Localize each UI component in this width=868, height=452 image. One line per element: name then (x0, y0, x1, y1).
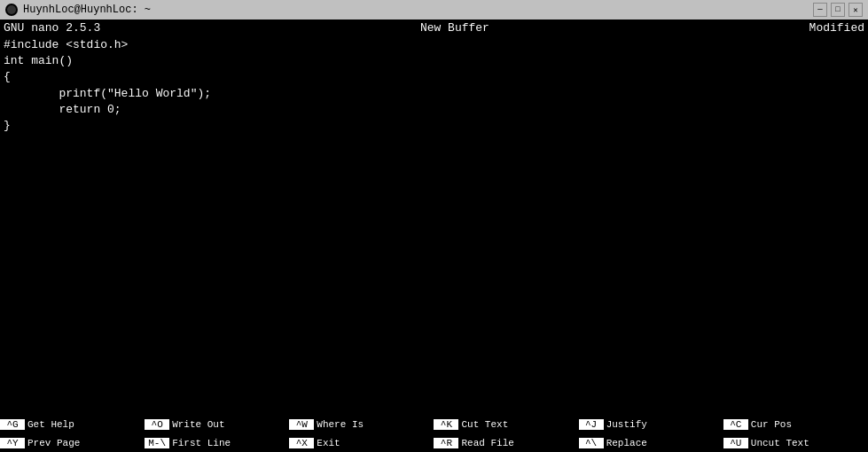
shortcut-key: M-\ (145, 438, 169, 448)
shortcut-label: First Line (169, 438, 231, 448)
shortcut-label: Write Out (169, 419, 224, 430)
shortcut-key: ^C (723, 419, 748, 430)
shortcut-key: ^X (289, 438, 314, 448)
window-controls: ─ □ ✕ (813, 3, 863, 17)
editor-area[interactable]: #include <stdio.h> int main() { printf("… (0, 35, 868, 415)
shortcut-label: Get Help (25, 419, 74, 430)
close-button[interactable]: ✕ (848, 3, 863, 17)
title-text: HuynhLoc@HuynhLoc: ~ (23, 4, 151, 16)
shortcut-label: Prev Page (25, 438, 80, 448)
shortcut-key: ^G (0, 419, 25, 430)
shortcut-key: ^W (289, 419, 314, 430)
shortcut-item[interactable]: ^YPrev Page (0, 433, 145, 452)
shortcut-label: Cur Pos (748, 419, 792, 430)
shortcut-item[interactable]: ^RRead File (434, 433, 578, 452)
shortcut-key: ^U (723, 438, 748, 448)
shortcut-key: ^J (579, 419, 604, 430)
nano-header: GNU nano 2.5.3 New Buffer Modified (0, 19, 868, 35)
shortcut-label: Cut Text (458, 419, 508, 430)
shortcut-label: Uncut Text (748, 438, 809, 448)
shortcut-item[interactable]: ^GGet Help (0, 415, 145, 433)
shortcut-key: ^R (434, 438, 458, 448)
shortcut-label: Justify (604, 419, 647, 430)
shortcut-key: ^O (145, 419, 169, 430)
shortcut-item[interactable]: ^WWhere Is (289, 415, 434, 433)
shortcut-key: ^Y (0, 438, 25, 448)
shortcut-label: Replace (604, 438, 647, 448)
app-icon (5, 4, 18, 16)
shortcut-item[interactable]: ^CCur Pos (723, 415, 868, 433)
shortcut-item[interactable]: M-\First Line (145, 433, 289, 452)
shortcut-item[interactable]: ^JJustify (579, 415, 723, 433)
minimize-button[interactable]: ─ (813, 3, 827, 17)
title-bar: HuynhLoc@HuynhLoc: ~ ─ □ ✕ (0, 0, 868, 19)
shortcut-key: ^\ (579, 438, 604, 448)
shortcut-label: Exit (314, 438, 340, 448)
shortcut-item[interactable]: ^OWrite Out (145, 415, 289, 433)
shortcut-label: Where Is (314, 419, 364, 430)
shortcuts-bar: ^GGet Help^OWrite Out^WWhere Is^KCut Tex… (0, 415, 868, 452)
nano-version: GNU nano 2.5.3 (4, 21, 100, 35)
shortcut-item[interactable]: ^\Replace (579, 433, 723, 452)
shortcut-key: ^K (434, 419, 458, 430)
shortcut-label: Read File (458, 438, 513, 448)
modified-status: Modified (809, 21, 864, 35)
shortcut-item[interactable]: ^KCut Text (434, 415, 578, 433)
svg-point-0 (7, 5, 16, 14)
shortcut-item[interactable]: ^XExit (289, 433, 434, 452)
title-left: HuynhLoc@HuynhLoc: ~ (5, 4, 151, 16)
maximize-button[interactable]: □ (831, 3, 845, 17)
buffer-name: New Buffer (420, 21, 489, 35)
shortcut-item[interactable]: ^UUncut Text (723, 433, 868, 452)
